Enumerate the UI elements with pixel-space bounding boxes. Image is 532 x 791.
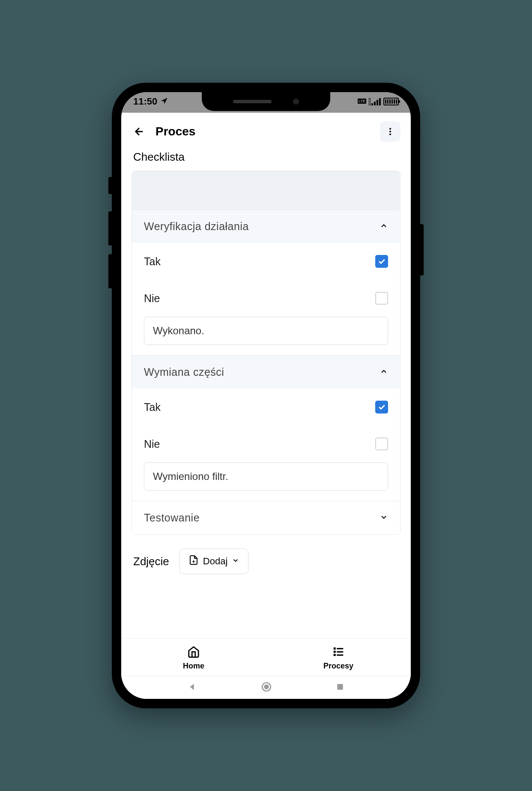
accordion-header-parts[interactable]: Wymiana części: [132, 355, 400, 389]
nav-home-label: Home: [183, 662, 204, 671]
checkbox-no[interactable]: [375, 292, 388, 305]
svg-point-10: [265, 685, 269, 689]
check-label-yes: Tak: [144, 255, 161, 268]
nav-procesy[interactable]: Procesy: [266, 638, 411, 676]
status-time: 11:50: [133, 96, 157, 107]
checkbox-yes[interactable]: [375, 255, 388, 268]
android-nav-bar: [121, 676, 411, 699]
accordion-body-parts: Tak Nie: [132, 389, 400, 501]
chevron-down-icon: [232, 556, 239, 567]
android-back-icon[interactable]: [188, 682, 197, 693]
accordion-title: Testowanie: [144, 512, 200, 524]
svg-rect-4: [337, 648, 343, 649]
check-row-yes: Tak: [144, 389, 388, 425]
android-home-icon[interactable]: [261, 681, 272, 694]
location-icon: [161, 96, 168, 107]
accordion-body-verification: Tak Nie: [132, 243, 400, 355]
photo-row: Zdjęcie Dodaj: [132, 545, 400, 584]
accordion-title: Wymiana części: [144, 366, 224, 378]
check-row-no: Nie: [144, 280, 388, 317]
chevron-down-icon: [380, 513, 388, 523]
svg-rect-6: [337, 651, 343, 653]
check-label-no: Nie: [144, 438, 160, 450]
content-area[interactable]: Checklista Weryfikacja działania Tak: [121, 150, 411, 638]
accordion-header-testing[interactable]: Testowanie: [132, 501, 400, 534]
checklist-heading: Checklista: [132, 150, 400, 164]
check-label-yes: Tak: [144, 401, 161, 413]
chevron-up-icon: [380, 367, 388, 378]
back-button[interactable]: [132, 124, 147, 139]
check-label-no: Nie: [144, 292, 160, 305]
bottom-nav: Home Procesy: [121, 638, 411, 676]
svg-rect-8: [337, 654, 343, 656]
more-menu-button[interactable]: [380, 121, 400, 142]
svg-rect-5: [334, 651, 336, 653]
checkbox-no[interactable]: [375, 437, 388, 450]
check-row-yes: Tak: [144, 243, 388, 280]
svg-rect-3: [334, 647, 336, 650]
accordion-header-verification[interactable]: Weryfikacja działania: [132, 210, 400, 243]
page-title: Proces: [155, 125, 371, 138]
svg-point-0: [389, 128, 391, 130]
svg-point-2: [389, 133, 391, 135]
photo-label: Zdjęcie: [133, 555, 169, 568]
home-icon: [187, 645, 200, 660]
battery-icon: [383, 98, 399, 105]
svg-point-1: [389, 131, 391, 132]
note-input-parts[interactable]: [144, 462, 388, 491]
chevron-up-icon: [380, 222, 388, 232]
add-button-label: Dodaj: [203, 556, 227, 567]
check-row-no: Nie: [144, 425, 388, 462]
file-add-icon: [188, 555, 199, 568]
signal-icon: [369, 98, 381, 105]
checklist-blank-header: [132, 171, 400, 210]
note-input-verification[interactable]: [144, 317, 388, 345]
list-icon: [332, 645, 345, 660]
nav-home[interactable]: Home: [121, 638, 266, 676]
nav-procesy-label: Procesy: [323, 662, 353, 671]
svg-rect-7: [334, 654, 336, 656]
accordion-title: Weryfikacja działania: [144, 220, 249, 233]
phone-frame: 11:50 LTE Proces: [112, 83, 420, 708]
svg-rect-11: [338, 684, 343, 689]
checklist-container: Weryfikacja działania Tak Nie: [132, 171, 400, 535]
android-recent-icon[interactable]: [336, 683, 344, 693]
add-photo-button[interactable]: Dodaj: [179, 548, 248, 574]
app-header: Proces: [121, 113, 411, 150]
checkbox-yes[interactable]: [375, 401, 388, 413]
